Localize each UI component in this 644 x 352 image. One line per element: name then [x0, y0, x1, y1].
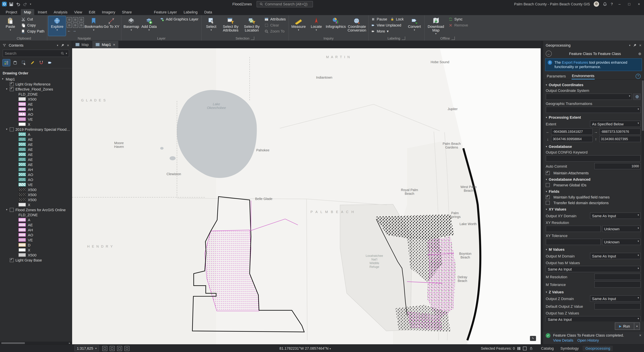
sync-button[interactable]: Sync: [446, 16, 470, 22]
close-panel-icon[interactable]: ×: [67, 43, 69, 47]
previous-extent-icon[interactable]: [79, 17, 84, 22]
contents-search-input[interactable]: Search ▾: [3, 50, 69, 57]
fixed-zoom-in-icon[interactable]: [73, 17, 78, 22]
close-panel-icon[interactable]: ×: [639, 43, 641, 47]
lock-scale-icon[interactable]: [529, 347, 533, 350]
layer-tree-row[interactable]: ▾ X500: [0, 197, 72, 202]
run-options-chevron-icon[interactable]: ▾: [634, 323, 640, 330]
pin-icon[interactable]: [61, 43, 64, 47]
measure-button[interactable]: Measure▾: [290, 16, 307, 36]
layer-tree-row[interactable]: ▾ X500: [0, 96, 72, 102]
output-has-z-select[interactable]: Same As Input: [546, 316, 641, 322]
section-xy-values[interactable]: ▾XY Values: [546, 207, 641, 211]
redo-icon[interactable]: [23, 2, 28, 6]
infographics-button[interactable]: Infographics: [325, 16, 346, 36]
grid-toggle-icon[interactable]: [117, 346, 122, 351]
view-unplaced-button[interactable]: View Unplaced: [370, 22, 405, 28]
auto-commit-input[interactable]: [594, 163, 641, 169]
locate-button[interactable]: Locate▾: [308, 16, 325, 36]
add-to-project-icon[interactable]: ⊕: [638, 51, 641, 56]
select-by-location-button[interactable]: Select By Location: [241, 16, 262, 36]
section-z-values[interactable]: ▾Z Values: [546, 290, 641, 294]
transfer-domains-checkbox[interactable]: [546, 201, 550, 205]
output-config-keyword-input[interactable]: [546, 155, 641, 162]
geoprocessing-scrollbar[interactable]: [642, 80, 644, 322]
output-z-domain-select[interactable]: Same As Input: [590, 295, 641, 302]
view-details-link[interactable]: View Details: [553, 338, 574, 342]
layer-tree-row[interactable]: ▾ AO: [0, 177, 72, 182]
select-by-attributes-button[interactable]: Select By Attributes: [220, 16, 241, 36]
expand-arrow-icon[interactable]: ▾: [2, 77, 6, 80]
section-output-coordinates[interactable]: ▾Output Coordinates: [546, 83, 641, 87]
lock-labels-button[interactable]: Lock: [389, 16, 406, 22]
tab-environments[interactable]: Environments: [572, 73, 595, 79]
ribbon-tab[interactable]: Insert: [35, 9, 50, 15]
cut-button[interactable]: Cut: [20, 16, 46, 22]
command-search[interactable]: Command Search (Alt+Q): [256, 1, 313, 7]
layer-tree-row[interactable]: ▾ Light Gray Base: [0, 258, 72, 263]
close-tab-icon[interactable]: ×: [113, 42, 115, 47]
ribbon-tab[interactable]: View: [71, 9, 85, 15]
pan-icon[interactable]: [73, 23, 78, 28]
labeling-dialog-launcher-icon[interactable]: [402, 36, 405, 40]
layer-tree-row[interactable]: ▾ D: [0, 242, 72, 247]
layer-tree-row[interactable]: ▾ Flood Zones for ArcGIS Online: [0, 207, 72, 212]
xy-resolution-unit-select[interactable]: Unknown: [602, 226, 641, 232]
layer-tree-row[interactable]: ▾ AE: [0, 162, 72, 167]
ribbon-tab[interactable]: Labeling: [180, 9, 200, 15]
selection-dialog-launcher-icon[interactable]: [251, 36, 254, 40]
avatar[interactable]: [594, 1, 599, 7]
layer-tree-row[interactable]: ▾ X: [0, 202, 72, 207]
go-to-xy-button[interactable]: XY Go To XY: [103, 16, 120, 36]
next-extent-icon[interactable]: [79, 23, 84, 28]
paste-button[interactable]: Paste▾: [2, 16, 19, 36]
output-m-domain-select[interactable]: Same As Input: [590, 253, 641, 259]
back-arrow-icon[interactable]: ←: [546, 51, 552, 57]
stop-drawing-icon[interactable]: [523, 347, 526, 350]
map-canvas[interactable]: M A R T I N Hobe Sound Indiantown G L A …: [72, 48, 541, 344]
layer-tree-row[interactable]: ▾ VE: [0, 237, 72, 242]
extent-select[interactable]: As Specified Below: [590, 121, 641, 127]
map-coordinates-readout[interactable]: 81.1782231°W 27.0857464°N ▾: [133, 346, 478, 350]
ribbon-tab[interactable]: Share: [119, 9, 135, 15]
expand-arrow-icon[interactable]: ▾: [6, 128, 10, 131]
spatial-reference-globe-icon[interactable]: [633, 93, 641, 100]
pause-drawing-icon[interactable]: [518, 347, 520, 350]
section-geodatabase-advanced[interactable]: ▾Geodatabase Advanced: [546, 177, 641, 181]
layer-tree-row[interactable]: ▾ X500: [0, 252, 72, 258]
minimize-button[interactable]: –: [616, 2, 622, 6]
layer-tree-row[interactable]: ▾ Effective_Flood_Zones: [0, 86, 72, 91]
layer-tree-row[interactable]: ▾ AE: [0, 222, 72, 227]
convert-labels-button[interactable]: Convert▾: [406, 16, 423, 36]
save-icon[interactable]: [9, 2, 14, 6]
layer-tree-row[interactable]: ▾ VE: [0, 182, 72, 187]
transfer-domains-row[interactable]: Transfer field domain descriptions: [546, 201, 641, 205]
layer-visibility-checkbox[interactable]: [10, 127, 14, 131]
section-processing-extent[interactable]: ▾Processing Extent: [546, 115, 641, 119]
extent-bottom-input[interactable]: [551, 136, 592, 142]
map-view-tab[interactable]: Map1 ×: [92, 41, 119, 48]
list-by-labeling-icon[interactable]: [46, 59, 54, 66]
panel-menu-icon[interactable]: ▾: [629, 44, 630, 47]
layer-tree-row[interactable]: ▾ FLD_ZONE: [0, 212, 72, 217]
signed-in-account[interactable]: Palm Beach County - Palm Beach County GI…: [514, 2, 590, 6]
customize-qat-icon[interactable]: ▾: [30, 2, 31, 5]
layer-tree-row[interactable]: ▾ AE: [0, 142, 72, 147]
layer-tree-row[interactable]: ▾ X500: [0, 187, 72, 192]
bookmarks-button[interactable]: Bookmarks▾: [85, 16, 102, 36]
animation-toggle-icon[interactable]: [124, 346, 130, 351]
open-history-link[interactable]: Open History: [578, 338, 599, 342]
ribbon-tab[interactable]: Map: [21, 9, 34, 15]
layer-tree-row[interactable]: ▾ VE: [0, 117, 72, 122]
layer-tree-row[interactable]: ▾ AE: [0, 147, 72, 152]
section-fields[interactable]: ▾Fields: [546, 189, 641, 193]
panel-divider[interactable]: [541, 41, 543, 344]
dock-tab[interactable]: Catalog: [538, 346, 556, 351]
pause-labeling-button[interactable]: Pause: [370, 16, 389, 22]
help-icon[interactable]: ?: [611, 2, 613, 6]
add-data-button[interactable]: Add Data▾: [140, 16, 158, 36]
coordinate-conversion-button[interactable]: Coordinate Conversion: [346, 16, 367, 36]
extent-left-input[interactable]: [551, 128, 592, 135]
copy-path-button[interactable]: Copy Path: [20, 28, 46, 34]
layer-tree-row[interactable]: ▾ X: [0, 122, 72, 127]
